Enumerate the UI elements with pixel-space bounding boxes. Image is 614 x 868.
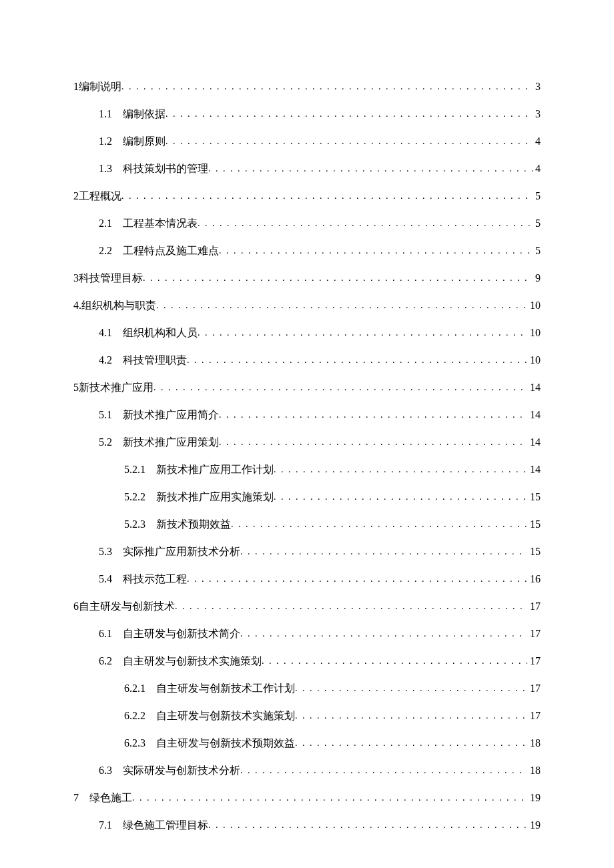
toc-entry: 2.1 工程基本情况表5 xyxy=(73,217,541,231)
toc-entry-gap xyxy=(112,436,123,450)
toc-entry-title: 新技术推广应用简介 xyxy=(123,408,219,422)
toc-entry-page: 5 xyxy=(533,245,541,257)
toc-entry-page: 9 xyxy=(533,272,541,284)
toc-leader-dots xyxy=(156,300,527,311)
toc-entry: 6.2.2 自主研发与创新技术实施策划17 xyxy=(73,709,541,723)
toc-entry: 5 新技术推广应用14 xyxy=(73,381,541,395)
toc-entry-gap xyxy=(145,463,156,477)
toc-entry-gap xyxy=(112,217,123,231)
toc-entry: 5.1 新技术推广应用简介14 xyxy=(73,408,541,422)
toc-leader-dots xyxy=(166,109,533,119)
toc-entry-page: 4 xyxy=(533,135,541,147)
toc-entry-page: 10 xyxy=(527,327,541,339)
toc-entry: 6.3 实际研发与创新技术分析18 xyxy=(73,764,541,778)
toc-entry-page: 15 xyxy=(527,491,541,503)
toc-entry-title: 组织机构与职责 xyxy=(81,299,156,313)
toc-entry-number: 4.1 xyxy=(99,327,112,339)
toc-entry: 1.3 科技策划书的管理4 xyxy=(73,162,541,176)
toc-leader-dots xyxy=(262,656,527,667)
toc-entry-title: 工程特点及施工难点 xyxy=(123,244,219,258)
toc-leader-dots xyxy=(219,410,527,420)
toc-entry-number: 5.4 xyxy=(99,573,112,585)
toc-entry-page: 14 xyxy=(527,382,541,394)
toc-entry-number: 7.1 xyxy=(99,819,112,831)
toc-entry: 5.2.3 新技术预期效益15 xyxy=(73,518,541,532)
toc-entry-gap xyxy=(79,791,89,805)
toc-entry-title: 工程基本情况表 xyxy=(123,217,198,231)
toc-entry-title: 自主研发与创新技术简介 xyxy=(123,627,240,641)
toc-entry: 6.2.1 自主研发与创新技术工作计划17 xyxy=(73,682,541,696)
toc-entry-gap xyxy=(112,764,123,778)
toc-entry-number: 2 xyxy=(73,190,79,202)
toc-entry-gap xyxy=(112,545,123,559)
toc-entry-number: 5.3 xyxy=(99,546,112,558)
toc-entry-gap xyxy=(112,326,123,340)
toc-entry-page: 17 xyxy=(527,710,541,722)
toc-entry-title: 科技策划书的管理 xyxy=(123,162,208,176)
toc-leader-dots xyxy=(295,711,527,721)
toc-leader-dots xyxy=(154,382,527,393)
toc-entry-number: 6.2 xyxy=(99,655,112,667)
toc-entry-number: 1.3 xyxy=(99,163,112,175)
toc-entry-page: 4 xyxy=(533,163,541,175)
toc-leader-dots xyxy=(240,765,527,776)
toc-leader-dots xyxy=(240,546,527,557)
toc-entry-number: 6.1 xyxy=(99,628,112,640)
toc-entry-title: 自主研发与创新技术实施策划 xyxy=(156,709,295,723)
toc-entry-number: 6.2.2 xyxy=(124,710,145,722)
toc-entry-page: 10 xyxy=(527,354,541,366)
toc-entry-number: 5.2.3 xyxy=(124,518,145,530)
toc-leader-dots xyxy=(231,519,527,530)
toc-entry: 5.2.1 新技术推广应用工作计划14 xyxy=(73,463,541,477)
toc-entry-number: 6 xyxy=(73,600,79,612)
toc-entry-title: 科技管理职责 xyxy=(123,354,187,368)
toc-entry-title: 组织机构和人员 xyxy=(123,326,198,340)
toc-entry: 5.2 新技术推广应用策划14 xyxy=(73,436,541,450)
toc-leader-dots xyxy=(187,574,527,584)
toc-entry: 1.1 编制依据3 xyxy=(73,107,541,121)
toc-entry-page: 14 xyxy=(527,409,541,421)
table-of-contents: 1 编制说明31.1 编制依据31.2 编制原则41.3 科技策划书的管理42 … xyxy=(73,80,541,833)
toc-leader-dots xyxy=(274,492,527,502)
toc-entry-title: 自主研发与创新技术实施策划 xyxy=(123,655,262,669)
toc-entry: 5.4 科技示范工程16 xyxy=(73,572,541,586)
toc-entry-title: 工程概况 xyxy=(79,189,121,203)
toc-entry-number: 6.2.1 xyxy=(124,683,145,695)
toc-leader-dots xyxy=(187,355,527,366)
toc-entry-number: 4.2 xyxy=(99,354,112,366)
toc-leader-dots xyxy=(198,218,533,229)
toc-entry-gap xyxy=(112,107,123,121)
toc-entry-gap xyxy=(112,819,123,833)
toc-entry-page: 16 xyxy=(527,573,541,585)
toc-entry-gap xyxy=(145,709,156,723)
toc-entry: 4.2 科技管理职责10 xyxy=(73,354,541,368)
toc-entry-page: 18 xyxy=(527,765,541,777)
toc-leader-dots xyxy=(295,683,527,694)
toc-entry-number: 6.3 xyxy=(99,765,112,777)
toc-entry-gap xyxy=(145,737,156,751)
toc-entry-page: 19 xyxy=(527,792,541,804)
toc-entry-page: 5 xyxy=(533,218,541,230)
toc-entry-number: 5.2.2 xyxy=(124,491,145,503)
toc-entry: 5.3 实际推广应用新技术分析15 xyxy=(73,545,541,559)
toc-entry-gap xyxy=(112,244,123,258)
toc-entry: 4. 组织机构与职责 10 xyxy=(73,299,541,313)
toc-entry-page: 14 xyxy=(527,436,541,448)
toc-entry-title: 新技术预期效益 xyxy=(156,518,231,532)
toc-leader-dots xyxy=(208,820,527,831)
toc-entry: 7 绿色施工 19 xyxy=(73,791,541,805)
toc-entry-gap xyxy=(145,682,156,696)
toc-entry: 3 科技管理目标9 xyxy=(73,272,541,286)
toc-leader-dots xyxy=(295,738,527,749)
toc-leader-dots xyxy=(198,328,527,338)
toc-entry-title: 科技管理目标 xyxy=(79,272,143,286)
toc-leader-dots xyxy=(274,464,527,475)
toc-entry-page: 17 xyxy=(527,600,541,612)
toc-entry-page: 17 xyxy=(527,628,541,640)
toc-entry: 4.1 组织机构和人员10 xyxy=(73,326,541,340)
toc-entry: 5.2.2 新技术推广应用实施策划15 xyxy=(73,490,541,504)
toc-entry-page: 17 xyxy=(527,683,541,695)
toc-entry-number: 2.1 xyxy=(99,218,112,230)
toc-entry-number: 7 xyxy=(73,792,79,804)
toc-entry: 2 工程概况5 xyxy=(73,189,541,203)
